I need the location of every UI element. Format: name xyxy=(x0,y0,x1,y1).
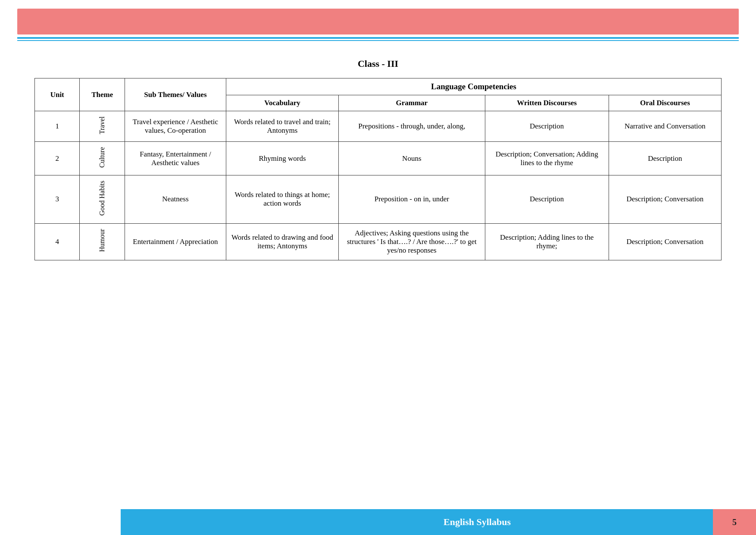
grammar-cell: Preposition - on in, under xyxy=(339,175,485,223)
theme-text: Travel xyxy=(98,116,106,134)
subtheme-cell: Fantasy, Entertainment / Aesthetic value… xyxy=(125,142,226,175)
top-bar xyxy=(17,9,739,34)
divider-top xyxy=(17,37,739,39)
divider-top2 xyxy=(17,40,739,41)
vocab-cell: Words related to things at home; action … xyxy=(226,175,338,223)
theme-text: Humour xyxy=(98,229,106,252)
footer-title: English Syllabus xyxy=(121,516,713,528)
col-header-theme: Theme xyxy=(80,78,125,111)
grammar-cell: Adjectives; Asking questions using the s… xyxy=(339,223,485,260)
written-cell: Description xyxy=(485,111,609,142)
theme-cell: Culture xyxy=(80,142,125,175)
table-container: Unit Theme Sub Themes/ Values Language C… xyxy=(34,78,722,260)
unit-number: 1 xyxy=(35,111,80,142)
unit-number: 3 xyxy=(35,175,80,223)
vocab-cell: Words related to drawing and food items;… xyxy=(226,223,338,260)
grammar-cell: Nouns xyxy=(339,142,485,175)
written-cell: Description; Adding lines to the rhyme; xyxy=(485,223,609,260)
footer-left-space xyxy=(0,509,121,535)
theme-cell: Humour xyxy=(80,223,125,260)
table-row: 1 Travel Travel experience / Aesthetic v… xyxy=(35,111,722,142)
oral-cell: Description; Conversation xyxy=(609,175,721,223)
col-header-subtheme: Sub Themes/ Values xyxy=(125,78,226,111)
theme-text: Culture xyxy=(98,147,106,168)
vocab-cell: Words related to travel and train; Anton… xyxy=(226,111,338,142)
theme-cell: Good Habits xyxy=(80,175,125,223)
col-header-grammar: Grammar xyxy=(339,95,485,111)
table-row: 4 Humour Entertainment / Appreciation Wo… xyxy=(35,223,722,260)
theme-text: Good Habits xyxy=(98,181,106,216)
oral-cell: Description; Conversation xyxy=(609,223,721,260)
written-cell: Description; Conversation; Adding lines … xyxy=(485,142,609,175)
unit-number: 2 xyxy=(35,142,80,175)
footer-bar: English Syllabus 5 xyxy=(0,509,756,535)
subtheme-cell: Travel experience / Aesthetic values, Co… xyxy=(125,111,226,142)
col-header-lang-comp: Language Competencies xyxy=(226,78,721,95)
table-row: 2 Culture Fantasy, Entertainment / Aesth… xyxy=(35,142,722,175)
page-title: Class - III xyxy=(0,58,756,69)
oral-cell: Description xyxy=(609,142,721,175)
table-row: 3 Good Habits Neatness Words related to … xyxy=(35,175,722,223)
syllabus-table: Unit Theme Sub Themes/ Values Language C… xyxy=(34,78,722,260)
subtheme-cell: Entertainment / Appreciation xyxy=(125,223,226,260)
unit-number: 4 xyxy=(35,223,80,260)
theme-cell: Travel xyxy=(80,111,125,142)
grammar-cell: Prepositions - through, under, along, xyxy=(339,111,485,142)
footer-page-number: 5 xyxy=(713,509,756,535)
vocab-cell: Rhyming words xyxy=(226,142,338,175)
col-header-unit: Unit xyxy=(35,78,80,111)
written-cell: Description xyxy=(485,175,609,223)
col-header-oral: Oral Discourses xyxy=(609,95,721,111)
subtheme-cell: Neatness xyxy=(125,175,226,223)
oral-cell: Narrative and Conversation xyxy=(609,111,721,142)
col-header-vocabulary: Vocabulary xyxy=(226,95,338,111)
col-header-written: Written Discourses xyxy=(485,95,609,111)
